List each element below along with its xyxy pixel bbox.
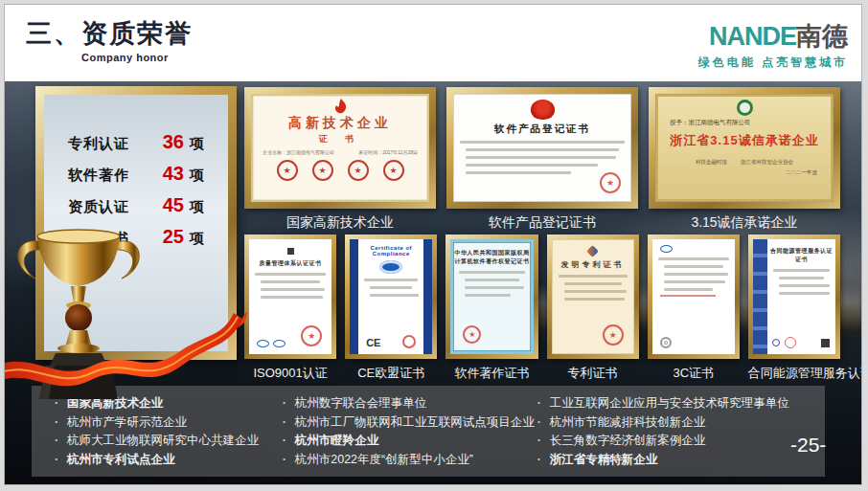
stat-value: 43 [163, 163, 184, 185]
cert-detail-line: 企业名称：浙江南德电气有限公司 [263, 148, 334, 156]
text-line [564, 282, 622, 285]
honor-item: 杭州市节能减排科技创新企业 [536, 413, 825, 433]
stat-value: 36 [163, 131, 184, 153]
cnas-logo-icon [273, 340, 286, 347]
text-line [559, 275, 628, 278]
cert-ce-image: Certificate of Compliance CE [350, 239, 432, 354]
cert-frame: 合同能源管理服务认证证书 [748, 234, 840, 359]
cert-iso9001: 质量管理体系认证证书 ISO9001认证 [244, 234, 336, 382]
cert-energy-management-image: 合同能源管理服务认证证书 [753, 239, 835, 354]
text-line [255, 273, 326, 276]
honor-item: 杭州数字联合会理事单位 [281, 394, 536, 413]
cert-footer-logos [772, 337, 830, 348]
cert-software-product: 软件产品登记证书 软件产品登记证书 [446, 87, 638, 232]
cert-3c-image [652, 239, 735, 354]
cert-caption: 国家高新技术企业 [244, 214, 436, 232]
page-subtitle: Company honor [81, 52, 169, 63]
honors-column-1: 国家高新技术企业 杭州市产学研示范企业 杭师大工业物联网研究中心共建企业 杭州市… [53, 394, 281, 477]
national-emblem-icon [531, 100, 555, 120]
cert-award-line: 授予：浙江南德电气有限公司 [656, 119, 833, 127]
logo-tagline: 绿色电能 点亮智慧城市 [698, 55, 848, 71]
seal-icon [785, 337, 796, 348]
honor-item: 浙江省专精特新企业 [536, 451, 825, 470]
certificates-row-1: 高新技术企业 证 书 企业名称：浙江南德电气有限公司 发证时间：2017年11月… [244, 87, 840, 232]
cert-caption: 合同能源管理服务认证 [748, 365, 840, 382]
qr-code-icon [821, 339, 830, 347]
cert-frame: 授予：浙江南德电气有限公司 浙江省3.15诚信承诺企业 科技金融时报 浙江省科技… [649, 87, 840, 209]
seal-icon [603, 324, 624, 346]
ce-mark: CE [366, 337, 380, 348]
cert-title: 中华人民共和国国家版权局 [453, 249, 530, 257]
cert-issuers: 科技金融时报 浙江省科技型企业协会 [656, 159, 833, 166]
cert-software-product-image: 软件产品登记证书 [453, 94, 631, 202]
text-line [664, 273, 728, 276]
cert-frame [648, 234, 740, 359]
cert-software-copyright-image: 中华人民共和国国家版权局 计算机软件著作权登记证书 [450, 239, 533, 354]
slide: 三、资质荣誉 Company honor NANDE南德 绿色电能 点亮智慧城市… [0, 0, 868, 491]
cert-title: 发明专利证书 [553, 259, 633, 270]
cert-title: 软件产品登记证书 [454, 123, 630, 136]
cert-subtitle: 证 书 [253, 133, 427, 145]
text-line [466, 148, 619, 151]
ce-emblem-icon [379, 260, 402, 274]
honor-item: 工业互联网企业应用与安全技术研究理事单位 [536, 394, 825, 413]
red-stamps [253, 160, 427, 181]
honor-item: 杭州市产学研示范企业 [53, 413, 281, 433]
text-line [460, 141, 625, 144]
issuer-name: 浙江省科技型企业协会 [741, 159, 793, 166]
issuer-name: 科技金融时报 [696, 159, 727, 166]
cert-caption: 3C证书 [648, 365, 740, 382]
logo-latin: NANDE [709, 22, 796, 51]
honors-column-2: 杭州数字联合会理事单位 杭州市工厂物联网和工业互联网试点项目企业 杭州市瞪羚企业… [281, 394, 536, 477]
text-line [459, 271, 524, 274]
cert-caption: 软件著作证书 [445, 365, 537, 382]
logo-cjk: 南德 [796, 22, 848, 51]
content-area: 专利认证 36 项 软件著作 43 项 资质认证 45 项 荣誉证书 25 [5, 81, 861, 484]
cert-title: 合同能源管理服务认证证书 [767, 247, 835, 264]
text-line [779, 292, 830, 295]
cnipa-logo-icon [586, 245, 599, 257]
seal-icon [348, 160, 369, 181]
seal-icon [301, 325, 322, 346]
seal-icon [312, 160, 333, 181]
text-line-red [660, 295, 716, 297]
text-line [370, 286, 412, 289]
stat-row-software: 软件著作 43 项 [44, 163, 228, 194]
cert-title: 高新技术企业 [253, 115, 427, 132]
cert-caption: CE欧盟证书 [345, 365, 437, 382]
text-line [564, 290, 627, 293]
ccc-mark-icon [660, 337, 672, 348]
text-line [664, 280, 726, 283]
cert-caption: ISO9001认证 [244, 365, 336, 382]
seal-icon [402, 335, 416, 348]
text-line [773, 269, 830, 272]
cert-year: 二〇二一年度 [656, 169, 833, 176]
text-line [466, 164, 598, 167]
cert-title: 浙江省3.15诚信承诺企业 [656, 132, 833, 149]
stat-label: 软件著作 [68, 167, 129, 185]
cert-iso9001-image: 质量管理体系认证证书 [249, 239, 331, 354]
certificates-row-2: 质量管理体系认证证书 ISO9001认证 [244, 234, 840, 382]
honors-column-3: 工业互联网企业应用与安全技术研究理事单位 杭州市节能减排科技创新企业 长三角数字… [536, 394, 825, 477]
cert-energy-management: 合同能源管理服务认证证书 合同能源管理服务认证 [748, 234, 840, 382]
stat-unit: 项 [190, 135, 204, 153]
header: 三、资质荣誉 Company honor NANDE南德 绿色电能 点亮智慧城市 [5, 5, 861, 81]
green-emblem-icon [737, 100, 753, 116]
stat-label: 资质认证 [68, 198, 129, 216]
flame-icon [334, 99, 347, 114]
cert-title: 计算机软件著作权登记证书 [453, 257, 530, 266]
text-line [261, 296, 323, 299]
page-number: -25- [790, 434, 826, 457]
stat-value: 45 [163, 194, 184, 216]
cert-patent: 发明专利证书 专利证书 [547, 234, 639, 382]
text-line [466, 156, 616, 159]
text-line [779, 284, 830, 287]
text-line [465, 279, 518, 281]
text-line [370, 294, 419, 297]
cert-details: 企业名称：浙江南德电气有限公司 发证时间：2017年11月28日 [253, 145, 427, 156]
honor-item: 长三角数字经济创新案例企业 [536, 432, 825, 451]
cert-ce: Certificate of Compliance CE CE欧盟证书 [345, 234, 437, 382]
cert-frame: 质量管理体系认证证书 [244, 234, 336, 359]
cert-frame: 发明专利证书 [547, 234, 639, 359]
stat-unit: 项 [190, 167, 204, 185]
